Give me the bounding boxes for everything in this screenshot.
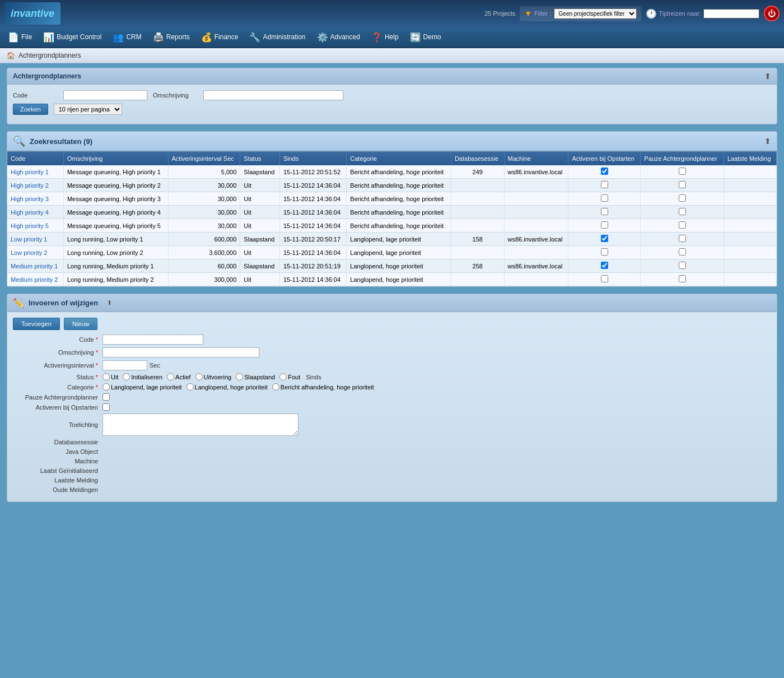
pause-cb-5[interactable]	[679, 235, 686, 242]
pause-cb-8[interactable]	[679, 275, 686, 282]
cell-dbsession	[451, 219, 504, 233]
add-button[interactable]: Toevoegen	[13, 318, 60, 330]
pause-cb-3[interactable]	[679, 208, 686, 215]
activate-field-label: Activeren bij Opstarten	[13, 404, 102, 411]
pause-cb-1[interactable]	[679, 181, 686, 188]
code-link[interactable]: High priority 5	[11, 222, 49, 229]
activate-cb-4[interactable]	[601, 221, 608, 229]
edit-desc-input[interactable]	[102, 347, 259, 357]
code-link[interactable]: High priority 2	[11, 182, 49, 189]
activate-cb-7[interactable]	[601, 262, 608, 269]
rows-per-page-select[interactable]: 10 rijen per pagina25 rijen per pagina50…	[54, 104, 122, 115]
cat-low[interactable]: Langlopend, lage prioriteit	[102, 383, 182, 391]
interval-field-label: Activeringsinterval	[13, 362, 102, 369]
cell-interval: 5,000	[168, 165, 240, 179]
code-link[interactable]: Low priority 1	[11, 236, 47, 243]
cell-lastmsg	[724, 219, 776, 233]
code-link[interactable]: Medium priority 2	[11, 276, 58, 283]
cat-bericht[interactable]: Bericht afhandeling, hoge prioriteit	[272, 383, 374, 391]
code-link[interactable]: Medium priority 1	[11, 263, 58, 270]
top-bar: invantive 25 Projects ▼ Filter : Geen pr…	[0, 0, 784, 27]
demo-icon: 🔄	[410, 32, 421, 43]
code-link[interactable]: Low priority 2	[11, 249, 47, 256]
pause-cb-4[interactable]	[679, 221, 686, 229]
cell-machine: ws86.invantive.local	[504, 233, 568, 246]
nav-item-budget[interactable]: 📊 Budget Control	[38, 29, 107, 46]
activate-cb-2[interactable]	[601, 194, 608, 202]
activate-cb-8[interactable]	[601, 275, 608, 282]
pause-cb-6[interactable]	[679, 248, 686, 256]
new-button[interactable]: Nieuw	[64, 318, 98, 330]
status-initialiseren[interactable]: Initialiseren	[123, 373, 162, 380]
status-slaapstand[interactable]: Slaapstand	[236, 373, 275, 380]
results-table: Code Omschrijving Activeringsinterval Se…	[7, 152, 777, 286]
code-link[interactable]: High priority 1	[11, 169, 49, 175]
category-radio-group: Langlopend, lage prioriteit Langlopend, …	[102, 383, 374, 391]
activate-cb-5[interactable]	[601, 235, 608, 242]
col-code: Code	[7, 152, 63, 165]
nav-label-crm: CRM	[126, 33, 141, 41]
help-icon: ❓	[371, 32, 382, 43]
cell-machine	[504, 179, 568, 192]
cell-machine: ws86.invantive.local	[504, 259, 568, 273]
nav-item-advanced[interactable]: ⚙️ Advanced	[311, 29, 366, 46]
pause-cb-7[interactable]	[679, 262, 686, 269]
status-actief[interactable]: Actief	[167, 373, 191, 380]
code-field-label: Code	[13, 336, 102, 343]
edit-interval-input[interactable]	[102, 360, 147, 370]
status-uitvoering[interactable]: Uitvoering	[195, 373, 232, 380]
pause-cb-2[interactable]	[679, 194, 686, 202]
results-title: Zoekresultaten (9)	[30, 137, 92, 146]
cat-high-long[interactable]: Langlopend, hoge prioriteit	[186, 383, 268, 391]
cell-lastmsg	[724, 206, 776, 219]
cell-category: Bericht afhandeling, hoge prioriteit	[347, 192, 451, 206]
activate-cb-0[interactable]	[601, 168, 608, 175]
edit-panel-body: Toevoegen Nieuw Code Omschrijving Active…	[7, 312, 777, 501]
activate-cb-1[interactable]	[601, 181, 608, 188]
nav-item-demo[interactable]: 🔄 Demo	[404, 29, 447, 46]
filter-select[interactable]: Geen projectspecifiek filter	[554, 8, 637, 19]
nav-item-reports[interactable]: 🖨️ Reports	[147, 29, 195, 46]
collapse-edit-icon[interactable]: ⬆	[107, 299, 112, 307]
power-button[interactable]: ⏻	[764, 6, 780, 21]
travel-input[interactable]	[703, 9, 759, 18]
travel-section: 🕐 Tijdreizen naar:	[646, 8, 759, 19]
table-row: Low priority 2 Long running, Low priorit…	[7, 246, 777, 259]
cell-machine	[504, 246, 568, 259]
search-button[interactable]: Zoeken	[13, 104, 48, 115]
description-input[interactable]	[203, 90, 343, 100]
nav-item-help[interactable]: ❓ Help	[366, 29, 404, 46]
collapse-search-icon[interactable]: ⬆	[764, 72, 771, 81]
cell-code: Medium priority 2	[7, 273, 63, 286]
status-uit[interactable]: Uit	[102, 373, 118, 380]
note-row: Toelichting	[13, 414, 771, 436]
pause-cb-0[interactable]	[679, 168, 686, 175]
nav-item-crm[interactable]: 👥 CRM	[107, 29, 147, 46]
oldmsgs-row: Oude Meldingen	[13, 486, 771, 493]
cell-code: High priority 4	[7, 206, 63, 219]
activate-checkbox[interactable]	[102, 403, 110, 411]
code-input[interactable]	[63, 90, 147, 100]
cell-pause	[641, 259, 724, 273]
collapse-results-icon[interactable]: ⬆	[764, 137, 771, 146]
table-row: High priority 2 Message queueing, High p…	[7, 179, 777, 192]
code-link[interactable]: High priority 3	[11, 196, 49, 202]
edit-code-input[interactable]	[102, 335, 203, 345]
code-link[interactable]: High priority 4	[11, 209, 49, 216]
nav-item-file[interactable]: 📄 File	[2, 29, 38, 46]
note-textarea[interactable]	[102, 414, 298, 436]
nav-item-administration[interactable]: 🔧 Administration	[244, 29, 311, 46]
cell-status: Uit	[240, 246, 280, 259]
status-row: Status Uit Initialiseren Actief Uitvoeri…	[13, 373, 771, 380]
pause-checkbox[interactable]	[102, 393, 110, 401]
activate-cb-6[interactable]	[601, 248, 608, 256]
crm-icon: 👥	[113, 32, 124, 43]
nav-item-finance[interactable]: 💰 Finance	[195, 29, 244, 46]
cell-activate	[568, 165, 641, 179]
activate-cb-3[interactable]	[601, 208, 608, 215]
filter-section: ▼ Filter : Geen projectspecifiek filter	[520, 6, 641, 21]
cell-since: 15-11-2012 20:51:52	[279, 165, 346, 179]
filter-icon: ▼	[524, 9, 532, 18]
table-row: Medium priority 2 Long running, Medium p…	[7, 273, 777, 286]
status-fout[interactable]: Fout	[279, 373, 300, 380]
